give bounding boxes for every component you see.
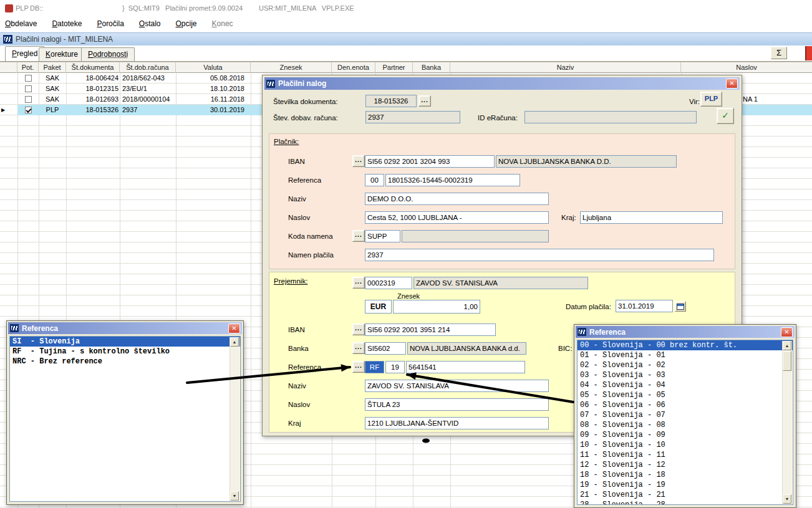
- menu-obdelave[interactable]: Obdelave: [5, 19, 37, 28]
- confirm-button[interactable]: ✓: [717, 108, 734, 124]
- col-header-paket[interactable]: Paket: [39, 62, 66, 73]
- popup-titlebar[interactable]: Referenca ✕: [8, 322, 242, 334]
- tab-korekture[interactable]: Korekture: [39, 47, 85, 61]
- close-icon[interactable]: ✕: [726, 79, 738, 89]
- col-header-st-dokumenta[interactable]: Št.dokumenta: [66, 62, 120, 73]
- popup-referenca-kontrolna: Referenca ✕ 00 - Slovenija - 00 brez kon…: [574, 324, 796, 508]
- prejemnik-kraj-field[interactable]: 1210 LJUBLJANA-ŠENTVID: [365, 417, 549, 429]
- calendar-button[interactable]: [675, 301, 686, 312]
- potrditev-checkbox[interactable]: [25, 75, 32, 82]
- placnik-naziv-field[interactable]: DEMO D.O.O.: [365, 193, 549, 205]
- close-icon[interactable]: ✕: [781, 327, 793, 337]
- scrollbar[interactable]: ▲ ▼: [230, 337, 239, 501]
- referenca-field[interactable]: 5641541: [406, 361, 525, 373]
- list-item[interactable]: 00 - Slovenija - 00 brez kontr. št.: [578, 340, 793, 350]
- prejemnik-section-label[interactable]: Prejemnik:: [274, 277, 307, 285]
- tab-podrobnosti[interactable]: Podrobnosti: [81, 47, 135, 61]
- current-row-marker-icon: ▶: [0, 105, 17, 115]
- namen-placila-field[interactable]: 2937: [365, 249, 714, 261]
- scrollbar-thumb[interactable]: [783, 351, 791, 371]
- koda-namena-field[interactable]: SUPP: [365, 230, 400, 242]
- scroll-down-icon[interactable]: ▼: [230, 491, 239, 501]
- datum-placila-field[interactable]: 31.01.2019: [616, 300, 673, 312]
- prejemnik-naslov-field[interactable]: ŠTULA 23: [365, 398, 549, 411]
- partial-red-button[interactable]: [805, 46, 812, 60]
- placnik-naslov-field[interactable]: Cesta 52, 1000 LJUBLJANA -: [365, 211, 549, 224]
- list-item[interactable]: 21 - Slovenija - 21: [578, 490, 793, 500]
- list-item[interactable]: 28 - Slovenija - 28: [578, 500, 793, 505]
- col-header-pot[interactable]: Pot.: [17, 62, 39, 73]
- referenca-kontrolna-field[interactable]: 19: [385, 361, 405, 373]
- prejemnik-iban-field[interactable]: SI56 0292 2001 3951 214: [365, 323, 496, 336]
- list-item[interactable]: 01 - Slovenija - 01: [578, 350, 793, 360]
- racun-cell: 2018/00000104: [122, 94, 176, 105]
- list-item[interactable]: 18 - Slovenija - 18: [578, 470, 793, 480]
- valuta-cell: 30.01.2019: [176, 105, 244, 115]
- placnik-iban-field[interactable]: SI56 0292 2001 3204 993: [365, 155, 495, 168]
- znesek-field[interactable]: 1,00: [393, 300, 480, 314]
- close-icon[interactable]: ✕: [228, 323, 240, 333]
- list-item[interactable]: 05 - Slovenija - 05: [578, 390, 793, 400]
- list-item[interactable]: 19 - Slovenija - 19: [578, 480, 793, 490]
- valuta-field[interactable]: EUR: [365, 300, 392, 314]
- list-item[interactable]: NRC - Brez reference: [10, 357, 240, 367]
- bic-label: BIC:: [558, 345, 572, 352]
- referenca-model-field[interactable]: RF: [365, 361, 384, 373]
- sum-button[interactable]: Σ: [771, 47, 787, 59]
- prejemnik-iban-browse-button[interactable]: ...: [352, 323, 365, 335]
- col-header-partner[interactable]: Partner: [375, 62, 413, 73]
- placnik-iban-browse-button[interactable]: ...: [352, 155, 365, 167]
- list-item[interactable]: 03 - Slovenija - 03: [578, 370, 793, 380]
- stev-dobav-racuna-field[interactable]: 2937: [365, 111, 460, 123]
- placnik-referenca-field[interactable]: 18015326-15445-0002319: [385, 174, 520, 186]
- placnik-naslov-label: Naslov: [288, 214, 310, 221]
- col-header-naziv[interactable]: Naziv: [450, 62, 681, 73]
- potrditev-checkbox-checked[interactable]: [25, 107, 32, 113]
- placnik-referenca-model-field[interactable]: 00: [365, 174, 384, 186]
- list-item[interactable]: SI - Slovenija: [10, 337, 240, 347]
- list-item[interactable]: 04 - Slovenija - 04: [578, 380, 793, 390]
- vir-plp-button[interactable]: PLP: [700, 92, 722, 107]
- placnik-section-label[interactable]: Plačnik:: [274, 138, 299, 145]
- menu-datoteke[interactable]: Datoteke: [52, 19, 82, 28]
- list-item[interactable]: 10 - Slovenija - 10: [578, 440, 793, 450]
- prejemnik-sifra-field[interactable]: 0002319: [365, 277, 412, 289]
- col-header-valuta[interactable]: Valuta: [176, 62, 251, 73]
- scroll-up-icon[interactable]: ▲: [783, 341, 791, 350]
- menu-konec[interactable]: Konec: [212, 19, 233, 28]
- list-item[interactable]: 09 - Slovenija - 09: [578, 430, 793, 440]
- list-item[interactable]: 07 - Slovenija - 07: [578, 410, 793, 420]
- placnik-kraj-field[interactable]: Ljubljana: [580, 211, 723, 224]
- potrditev-checkbox[interactable]: [25, 96, 32, 103]
- list-item[interactable]: RF - Tujina - s kontrolno številko: [10, 347, 240, 357]
- referenca-browse-button[interactable]: ...: [352, 361, 365, 373]
- menu-opcije[interactable]: Opcije: [176, 19, 197, 28]
- menu-ostalo[interactable]: Ostalo: [139, 19, 161, 28]
- prejemnik-browse-button[interactable]: ...: [352, 277, 365, 289]
- popup-titlebar[interactable]: Referenca ✕: [576, 326, 795, 338]
- list-item[interactable]: 08 - Slovenija - 08: [578, 420, 793, 430]
- dialog-titlebar[interactable]: Plačilni nalog ✕: [264, 77, 740, 90]
- list-item[interactable]: 11 - Slovenija - 11: [578, 450, 793, 460]
- menu-porocila[interactable]: Poročila: [97, 19, 123, 28]
- col-header-znesek[interactable]: Znesek: [251, 62, 332, 73]
- col-header-banka[interactable]: Banka: [413, 62, 450, 73]
- list-item[interactable]: 02 - Slovenija - 02: [578, 360, 793, 370]
- scroll-up-icon[interactable]: ▲: [230, 337, 239, 347]
- col-header-st-dob-racuna[interactable]: Št.dob.računa: [120, 62, 176, 73]
- prejemnik-naziv-field[interactable]: ZAVOD SV. STANISLAVA: [365, 380, 549, 392]
- scroll-down-icon[interactable]: ▼: [783, 494, 791, 504]
- stevilka-dokumenta-browse-button[interactable]: ...: [418, 95, 431, 107]
- potrditev-checkbox[interactable]: [25, 85, 32, 92]
- koda-namena-browse-button[interactable]: ...: [352, 230, 365, 242]
- stevilka-dokumenta-field[interactable]: 18-015326: [365, 95, 417, 107]
- col-header-naslov[interactable]: Naslov: [681, 62, 812, 73]
- list-item[interactable]: 06 - Slovenija - 06: [578, 400, 793, 410]
- banka-sifra-field[interactable]: SI5602: [365, 342, 406, 355]
- scrollbar[interactable]: ▲ ▼: [782, 341, 792, 504]
- id-eracuna-field[interactable]: [524, 111, 697, 123]
- list-item[interactable]: 12 - Slovenija - 12: [578, 460, 793, 470]
- col-header-marker: [0, 62, 17, 73]
- banka-browse-button[interactable]: ...: [352, 342, 365, 354]
- col-header-den-enota[interactable]: Den.enota: [332, 62, 375, 73]
